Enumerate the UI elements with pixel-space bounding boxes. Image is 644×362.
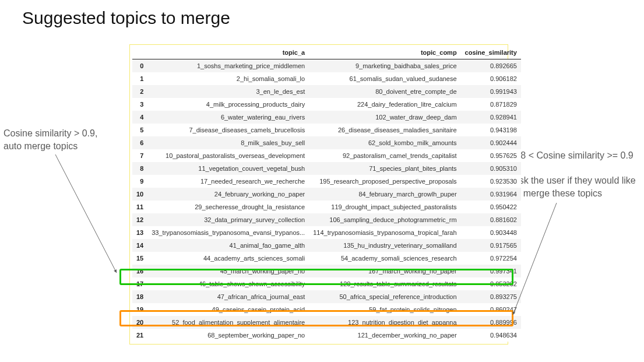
row-cosine: 0.957625 (461, 149, 521, 162)
row-index: 18 (132, 290, 147, 303)
row-index: 11 (132, 201, 147, 213)
row-topic-a: 2_hi_somalia_somali_lo (147, 72, 309, 85)
row-topic-a: 32_data_primary_survey_collection (147, 213, 309, 226)
row-topic-comp: 195_research_proposed_perspective_propos… (309, 175, 460, 188)
table-row: 57_disease_diseases_camels_brucellosis26… (132, 124, 521, 136)
svg-line-0 (55, 154, 117, 273)
row-topic-a: 47_african_africa_journal_east (147, 290, 309, 303)
table-row: 1232_data_primary_survey_collection106_s… (132, 213, 521, 226)
row-cosine: 0.950422 (461, 201, 521, 213)
row-cosine: 0.991943 (461, 85, 521, 98)
row-topic-comp: 135_hu_industry_veterinary_somaliland (309, 239, 460, 252)
table-row: 1746_table_shows_shown_accessibility120_… (132, 277, 521, 290)
row-topic-comp: 62_sold_kombo_milk_amounts (309, 136, 460, 149)
table-row: 1847_african_africa_journal_east50_afric… (132, 290, 521, 303)
table-row: 23_en_le_des_est80_doivent_etre_compte_d… (132, 85, 521, 98)
row-topic-comp: 114_trypanosomiasis_trypanosoma_tropical… (309, 226, 460, 239)
row-topic-a: 49_caseins_casein_protein_acid (147, 303, 309, 316)
col-header-cosine: cosine_similarity (461, 47, 521, 59)
row-index: 5 (132, 124, 147, 136)
row-topic-a: 24_february_working_no_paper (147, 188, 309, 201)
col-header-topic-comp: topic_comp (309, 47, 460, 59)
row-topic-a: 8_milk_sales_buy_sell (147, 136, 309, 149)
row-index: 8 (132, 162, 147, 175)
row-index: 9 (132, 175, 147, 188)
table-row: 2052_food_alimentation_supplement_alimen… (132, 316, 521, 329)
row-cosine: 0.997341 (461, 265, 521, 277)
row-topic-comp: 123_nutrition_digestion_diet_appanna (309, 316, 460, 329)
table-row: 1544_academy_arts_sciences_somali54_acad… (132, 252, 521, 265)
row-index: 0 (132, 59, 147, 72)
row-topic-comp: 84_february_march_growlh_puper (309, 188, 460, 201)
table-row: 12_hi_somalia_somali_lo61_somalis_sudan_… (132, 72, 521, 85)
table-row: 710_pastoral_pastoralists_overseas_devel… (132, 149, 521, 162)
row-topic-a: 46_table_shows_shown_accessibility (147, 277, 309, 290)
table-row: 2168_september_working_paper_no121_decem… (132, 329, 521, 342)
row-index: 20 (132, 316, 147, 329)
row-topic-a: 6_water_watering_eau_rivers (147, 111, 309, 124)
row-cosine: 0.893275 (461, 290, 521, 303)
row-topic-comp: 167_march_working_no_paper (309, 265, 460, 277)
table-row: 1949_caseins_casein_protein_acid59_fat_p… (132, 303, 521, 316)
table-header-row: topic_a topic_comp cosine_similarity (132, 47, 521, 59)
row-cosine: 0.860247 (461, 303, 521, 316)
row-cosine: 0.928941 (461, 111, 521, 124)
row-cosine: 0.948634 (461, 329, 521, 342)
row-topic-a: 52_food_alimentation_supplement_alimenta… (147, 316, 309, 329)
row-topic-a: 3_en_le_des_est (147, 85, 309, 98)
row-cosine: 0.923530 (461, 175, 521, 188)
row-topic-comp: 106_sampling_deduce_photogrammetric_rm (309, 213, 460, 226)
table-row: 34_milk_processing_products_dairy224_dai… (132, 98, 521, 111)
annotation-left-line2: auto merge topics (3, 141, 78, 151)
row-topic-a: 33_trypanosomiasis_trypanosoma_evansi_tr… (147, 226, 309, 239)
annotation-left: Cosine similarity > 0.9, auto merge topi… (3, 127, 126, 152)
table-row: 46_water_watering_eau_rivers102_water_dr… (132, 111, 521, 124)
table-row: 1645_march_working_paper_no167_march_wor… (132, 265, 521, 277)
row-topic-comp: 102_water_draw_deep_dam (309, 111, 460, 124)
row-index: 3 (132, 98, 147, 111)
row-cosine: 0.892665 (461, 59, 521, 72)
table-row: 1024_february_working_no_paper84_februar… (132, 188, 521, 201)
row-topic-a: 45_march_working_paper_no (147, 265, 309, 277)
row-topic-a: 68_september_working_paper_no (147, 329, 309, 342)
row-index: 17 (132, 277, 147, 290)
row-index: 21 (132, 329, 147, 342)
row-cosine: 0.931964 (461, 188, 521, 201)
table-row: 68_milk_sales_buy_sell62_sold_kombo_milk… (132, 136, 521, 149)
row-topic-comp: 71_species_plant_bites_plants (309, 162, 460, 175)
col-header-topic-a: topic_a (147, 47, 309, 59)
row-index: 14 (132, 239, 147, 252)
annotation-right: 0.8 < Cosine similarity >= 0.9 Ask the u… (513, 149, 644, 199)
row-topic-comp: 121_december_working_no_paper (309, 329, 460, 342)
row-index: 12 (132, 213, 147, 226)
row-index: 13 (132, 226, 147, 239)
row-cosine: 0.943198 (461, 124, 521, 136)
row-index: 10 (132, 188, 147, 201)
row-topic-a: 7_disease_diseases_camels_brucellosis (147, 124, 309, 136)
row-cosine: 0.853202 (461, 277, 521, 290)
row-topic-comp: 80_doivent_etre_compte_de (309, 85, 460, 98)
row-cosine: 0.881602 (461, 213, 521, 226)
row-topic-a: 10_pastoral_pastoralists_overseas_develo… (147, 149, 309, 162)
row-index: 19 (132, 303, 147, 316)
slide: Suggested topics to merge Cosine similar… (0, 0, 644, 362)
annotation-left-line1: Cosine similarity > 0.9, (3, 128, 97, 138)
row-index: 16 (132, 265, 147, 277)
col-header-index (132, 47, 147, 59)
row-topic-comp: 54_academy_somali_sciences_research (309, 252, 460, 265)
row-cosine: 0.906182 (461, 72, 521, 85)
row-index: 4 (132, 111, 147, 124)
row-topic-comp: 224_dairy_federation_litre_calcium (309, 98, 460, 111)
annotation-right-line3: to merge these topics (513, 188, 602, 198)
row-topic-a: 44_academy_arts_sciences_somali (147, 252, 309, 265)
row-cosine: 0.905310 (461, 162, 521, 175)
row-cosine: 0.972254 (461, 252, 521, 265)
table-row: 01_soshs_marketing_price_middlemen9_mark… (132, 59, 521, 72)
row-topic-comp: 119_drought_impact_subjected_pastoralist… (309, 201, 460, 213)
row-cosine: 0.889996 (461, 316, 521, 329)
slide-title: Suggested topics to merge (22, 8, 230, 28)
row-topic-a: 11_vegetation_couvert_vegetal_bush (147, 162, 309, 175)
row-cosine: 0.903448 (461, 226, 521, 239)
row-topic-a: 4_milk_processing_products_dairy (147, 98, 309, 111)
row-topic-comp: 50_africa_special_reference_introduction (309, 290, 460, 303)
